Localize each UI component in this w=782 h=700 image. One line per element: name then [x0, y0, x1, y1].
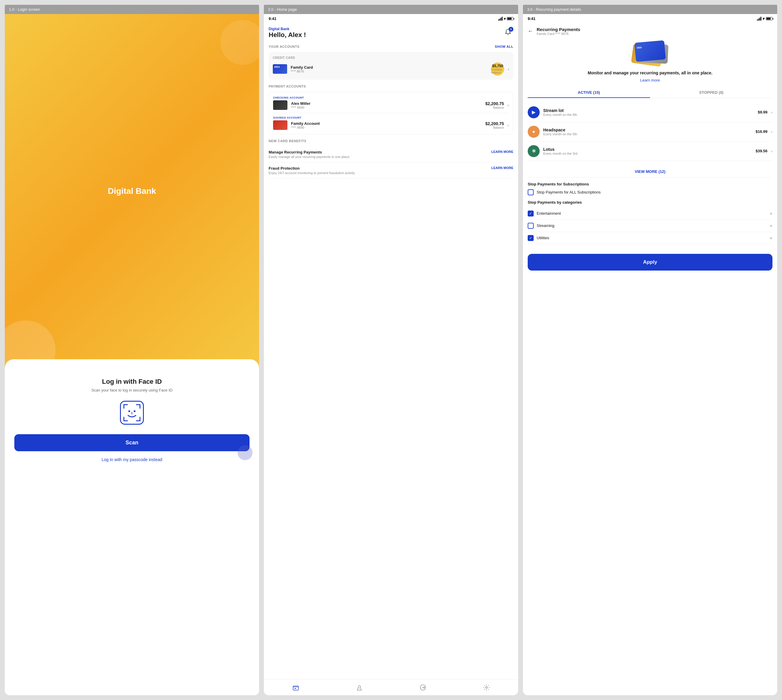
benefit1-learn-more[interactable]: LEARN MORE: [491, 150, 513, 153]
card-blue-visa: VISA: [637, 46, 642, 49]
recurring-title: Recurring Payments: [537, 27, 580, 32]
svg-point-1: [134, 410, 135, 412]
lotus-chevron-icon: ›: [771, 149, 772, 153]
entertainment-checkbox[interactable]: [528, 210, 534, 217]
subscription-item-streamlot[interactable]: ▶ Stream lot Every month on the 6th $9.9…: [528, 103, 772, 122]
benefit2-title: Fraud Protection: [269, 166, 491, 170]
recurring-status-icons: ▾: [757, 17, 772, 21]
recurring-tabs: ACTIVE (15) STOPPED (8): [528, 87, 772, 98]
stop-subscriptions-section: Stop Payments for Subscriptions Stop Pay…: [528, 182, 772, 195]
benefit1-text: Manage Recurring Payments Easily manage …: [269, 150, 491, 158]
utilities-checkbox[interactable]: [528, 235, 534, 241]
benefit2-row: Fraud Protection Enjoy 24/7 account moni…: [269, 162, 513, 178]
nav-home-icon[interactable]: [291, 683, 300, 692]
savings-name: Family Account: [291, 121, 482, 126]
battery-icon: [507, 17, 513, 20]
svg-point-6: [486, 687, 488, 688]
benefit1-row: Manage Recurring Payments Easily manage …: [269, 146, 513, 162]
nav-rewards-icon[interactable]: [355, 683, 364, 692]
benefit1-title: Manage Recurring Payments: [269, 150, 491, 154]
subscription-item-headspace[interactable]: ● Headspace Every month on the 5th $16.9…: [528, 122, 772, 142]
login-subtitle: Scan your face to log in securely using …: [92, 388, 173, 392]
divider: [273, 113, 509, 113]
entertainment-label: Entertainment: [537, 211, 767, 216]
category-utilities[interactable]: Utilities ∨: [528, 232, 772, 244]
status-time: 9:41: [269, 17, 276, 21]
home-screen-wrapper: 2.0 - Home page 9:41 ▾: [264, 5, 518, 695]
streamlot-name: Stream lot: [543, 108, 754, 113]
savings-row[interactable]: Family Account **** 8690 $2,200.75 Balan…: [273, 120, 509, 130]
credit-card-thumb: VISA: [273, 64, 287, 74]
recurring-learn-more[interactable]: Learn more: [528, 78, 772, 82]
nav-payments-icon[interactable]: [419, 683, 427, 692]
apply-button[interactable]: Apply: [528, 254, 772, 270]
entertainment-chevron-icon: ∨: [770, 212, 772, 216]
savings-chevron-icon: ›: [507, 123, 509, 128]
recurring-header: ← Recurring Payments Family Card **** 86…: [523, 23, 777, 39]
face-id-icon: [120, 401, 144, 425]
greeting: Hello, Alex !: [269, 31, 306, 39]
savings-balance: $2,200.75: [485, 121, 504, 126]
savings-num: **** 8690: [291, 126, 482, 129]
subscription-item-lotus[interactable]: ❋ Lotus Every month on the 3rd $39.56 ›: [528, 142, 772, 161]
benefit2-text: Fraud Protection Enjoy 24/7 account moni…: [269, 166, 491, 175]
checking-balance: $2,200.75: [485, 101, 504, 106]
checking-info: Alex Miller **** 8690: [291, 101, 482, 109]
credit-card-label: CREDIT CARD: [273, 56, 509, 60]
notification-bell[interactable]: 5: [502, 27, 513, 38]
bank-name: Digital Bank: [269, 27, 306, 31]
status-icons: ▾: [498, 17, 513, 21]
show-all-button[interactable]: SHOW ALL: [495, 45, 513, 48]
back-button[interactable]: ←: [528, 28, 533, 34]
credit-card-row[interactable]: VISA Family Card **** 8676 $5,750 Availa…: [273, 62, 509, 75]
stop-all-checkbox[interactable]: [528, 189, 534, 195]
benefit2-learn-more[interactable]: LEARN MORE: [491, 166, 513, 170]
headspace-chevron-icon: ›: [771, 129, 772, 134]
checking-num: **** 8690: [291, 106, 482, 109]
passcode-link[interactable]: Log In with my passcode instead: [101, 457, 162, 462]
login-screen-label: 1.0 - Login screen: [5, 5, 259, 14]
streaming-checkbox[interactable]: [528, 223, 534, 229]
streamlot-schedule: Every month on the 6th: [543, 113, 754, 117]
lotus-price: $39.56: [756, 149, 768, 153]
stop-title: Stop Payments for Subscriptions: [528, 182, 772, 187]
svg-rect-3: [294, 688, 296, 689]
recurring-battery-icon: [766, 17, 772, 20]
headspace-name: Headspace: [543, 128, 752, 132]
stop-all-row[interactable]: Stop Payments for ALL Subscriptions: [528, 189, 772, 195]
nav-settings-icon[interactable]: [483, 683, 491, 692]
checking-row[interactable]: Alex Miller **** 8690 $2,200.75 Balance …: [273, 100, 509, 110]
category-streaming[interactable]: Streaming ∨: [528, 220, 772, 232]
payment-accounts-section: CHECKING ACCOUNT Alex Miller **** 8690 $…: [269, 92, 513, 134]
home-screen: 9:41 ▾: [264, 14, 518, 695]
streaming-label: Streaming: [537, 223, 767, 228]
recurring-screen-label: 3.0 - Recurring payment details: [523, 5, 777, 14]
section-divider: [528, 177, 772, 178]
accounts-label: YOUR ACCOUNTS: [269, 45, 299, 48]
savings-info: Family Account **** 8690: [291, 121, 482, 129]
signal-bars-icon: [498, 17, 502, 21]
tab-active[interactable]: ACTIVE (15): [528, 87, 650, 98]
category-entertainment[interactable]: Entertainment ∨: [528, 208, 772, 220]
benefit1-desc: Easily manage all your recurring payment…: [269, 155, 491, 158]
recurring-description: Monitor and manage your recurring paymen…: [528, 70, 772, 76]
scan-btn-wrapper: Scan: [14, 434, 250, 457]
home-phone-frame: 9:41 ▾: [264, 14, 518, 695]
benefits-section: NEW CARD BENEFITS Manage Recurring Payme…: [269, 139, 513, 178]
login-screen: Digital Bank Log in with Face ID Scan yo…: [5, 14, 259, 695]
stop-categories-section: Stop Payments by categories Entertainmen…: [528, 200, 772, 244]
savings-balance-label: Balance: [485, 126, 504, 129]
recurring-status-bar: 9:41 ▾: [523, 14, 777, 23]
status-bar: 9:41 ▾: [264, 14, 518, 23]
view-more-button[interactable]: VIEW MORE (12): [528, 166, 772, 177]
visa-logo: VISA: [274, 65, 286, 68]
tab-stopped[interactable]: STOPPED (8): [650, 87, 772, 98]
recurring-content: VISA VISA Monitor and manage your recurr…: [523, 39, 777, 695]
checking-name: Alex Miller: [291, 101, 482, 106]
recurring-screen-wrapper: 3.0 - Recurring payment details 9:41 ▾: [523, 5, 777, 695]
checking-chevron-icon: ›: [507, 103, 509, 108]
headspace-logo: ●: [528, 126, 540, 138]
scan-button[interactable]: Scan: [14, 434, 250, 451]
checking-label: CHECKING ACCOUNT: [273, 96, 509, 99]
login-hero: Digital Bank: [5, 14, 259, 368]
